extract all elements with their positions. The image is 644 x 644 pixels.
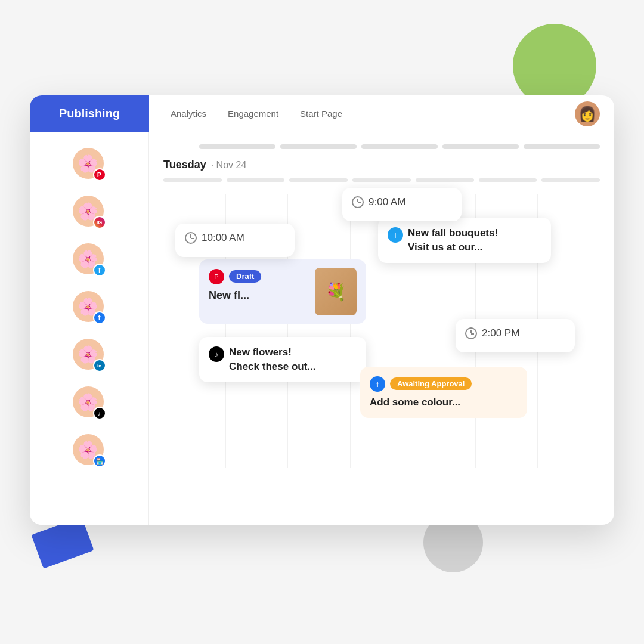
time-card-10am[interactable]: 10:00 AM xyxy=(175,224,295,257)
sidebar-item-pinterest[interactable]: P xyxy=(30,144,148,185)
tiktok-icon: ♪ xyxy=(209,346,224,362)
sidebar-item-google[interactable]: 🏪 xyxy=(30,431,148,471)
tiktok-post-card[interactable]: ♪ New flowers! Check these out... xyxy=(199,337,366,382)
tiktok-card-body: ♪ New flowers! Check these out... xyxy=(209,345,357,374)
draft-header: P Draft xyxy=(209,268,308,284)
draft-post-card[interactable]: P Draft New fl... 💐 xyxy=(199,259,366,324)
calendar-grid: 10:00 AM 9:00 AM 2:00 PM xyxy=(163,194,600,468)
pinterest-badge: P xyxy=(93,168,106,181)
google-badge: 🏪 xyxy=(93,454,106,467)
time-card-2pm[interactable]: 2:00 PM xyxy=(456,319,575,352)
top-nav: Publishing Analytics Engagement Start Pa… xyxy=(30,95,614,132)
header-line-3 xyxy=(361,144,438,149)
awaiting-card-inner: f Awaiting Approval Add some colour... xyxy=(360,367,527,418)
sub-line-7 xyxy=(541,178,600,182)
tiktok-text-line2: Check these out... xyxy=(229,360,315,374)
draft-badge: Draft xyxy=(229,270,261,283)
time-2pm-label: 2:00 PM xyxy=(482,327,519,339)
time-2pm-display: 2:00 PM xyxy=(465,327,565,339)
draft-card-left: P Draft New fl... xyxy=(209,268,308,303)
header-line-1 xyxy=(199,144,275,149)
awaiting-header: f Awaiting Approval xyxy=(370,375,518,392)
sidebar-item-instagram[interactable]: IG xyxy=(30,192,148,233)
avatar-image: 👩 xyxy=(578,106,596,122)
twitter-text: New fall bouquets! Visit us at our... xyxy=(408,226,498,255)
calendar-header-lines xyxy=(163,144,600,149)
sub-line-3 xyxy=(289,178,348,182)
sidebar-item-tiktok[interactable]: ♪ xyxy=(30,383,148,423)
instagram-badge: IG xyxy=(93,216,106,229)
twitter-avatar-group: T xyxy=(73,243,106,277)
header-line-5 xyxy=(524,144,600,149)
nav-engagement[interactable]: Engagement xyxy=(228,109,278,119)
sub-line-1 xyxy=(163,178,222,182)
app-window: Publishing Analytics Engagement Start Pa… xyxy=(30,95,614,525)
linkedin-avatar-group: in xyxy=(73,339,106,372)
google-avatar-group: 🏪 xyxy=(73,434,106,467)
calendar-area: Tuesday · Nov 24 xyxy=(149,132,614,525)
sidebar-item-linkedin[interactable]: in xyxy=(30,335,148,376)
facebook-awaiting-card[interactable]: f Awaiting Approval Add some colour... xyxy=(360,367,527,418)
clock-icon-9am xyxy=(352,196,364,208)
calendar-date-row: Tuesday · Nov 24 xyxy=(163,159,600,171)
nav-start-page[interactable]: Start Page xyxy=(300,109,342,119)
nav-publishing-tab[interactable]: Publishing xyxy=(30,95,149,132)
twitter-text-line2: Visit us at our... xyxy=(408,240,498,255)
tiktok-avatar-group: ♪ xyxy=(73,386,106,420)
twitter-card-body: T New fall bouquets! Visit us at our... xyxy=(388,226,541,255)
fb-awaiting-text: Add some colour... xyxy=(370,395,518,410)
nav-analytics[interactable]: Analytics xyxy=(171,109,206,119)
draft-thumbnail: 💐 xyxy=(315,268,357,315)
green-circle-decoration xyxy=(513,24,596,107)
tiktok-text-line1: New flowers! xyxy=(229,345,315,360)
sidebar-item-facebook[interactable]: f xyxy=(30,287,148,328)
facebook-avatar-group: f xyxy=(73,291,106,324)
tiktok-card-inner: ♪ New flowers! Check these out... xyxy=(199,337,366,382)
draft-text: New fl... xyxy=(209,288,308,303)
awaiting-badge: Awaiting Approval xyxy=(390,377,472,390)
facebook-badge: f xyxy=(93,311,106,324)
publishing-label: Publishing xyxy=(59,107,120,120)
time-card-9am[interactable]: 9:00 AM xyxy=(342,188,462,221)
clock-icon-2pm xyxy=(465,327,477,339)
header-line-4 xyxy=(442,144,519,149)
sidebar: P IG T f xyxy=(30,132,149,525)
draft-pinterest-icon: P xyxy=(209,269,224,284)
sub-line-2 xyxy=(227,178,285,182)
calendar-date: · Nov 24 xyxy=(211,160,247,171)
cal-col-3 xyxy=(287,194,350,468)
calendar-day: Tuesday xyxy=(163,159,206,171)
sub-line-5 xyxy=(416,178,474,182)
tiktok-badge: ♪ xyxy=(93,407,106,420)
twitter-icon: T xyxy=(388,227,403,243)
calendar-sub-lines xyxy=(163,178,600,182)
sidebar-item-twitter[interactable]: T xyxy=(30,240,148,280)
draft-thumb-emoji: 💐 xyxy=(326,282,346,302)
instagram-avatar-group: IG xyxy=(73,196,106,229)
nav-items: Analytics Engagement Start Page xyxy=(149,109,575,119)
draft-card-inner: P Draft New fl... 💐 xyxy=(199,259,366,324)
time-10am-display: 10:00 AM xyxy=(185,232,285,244)
twitter-badge: T xyxy=(93,264,106,277)
sub-line-6 xyxy=(479,178,537,182)
facebook-icon: f xyxy=(370,376,385,392)
clock-icon-10am xyxy=(185,232,197,244)
time-10am-label: 10:00 AM xyxy=(202,232,244,244)
time-9am-label: 9:00 AM xyxy=(369,196,405,208)
twitter-post-card[interactable]: T New fall bouquets! Visit us at our... xyxy=(378,218,551,263)
twitter-text-line1: New fall bouquets! xyxy=(408,226,498,240)
pinterest-avatar-group: P xyxy=(73,148,106,181)
tiktok-text: New flowers! Check these out... xyxy=(229,345,315,374)
time-9am-display: 9:00 AM xyxy=(352,196,452,208)
twitter-card-inner: T New fall bouquets! Visit us at our... xyxy=(378,218,551,263)
main-content: P IG T f xyxy=(30,132,614,525)
sub-line-4 xyxy=(352,178,411,182)
linkedin-badge: in xyxy=(93,359,106,372)
user-avatar[interactable]: 👩 xyxy=(575,101,600,126)
header-line-2 xyxy=(280,144,357,149)
